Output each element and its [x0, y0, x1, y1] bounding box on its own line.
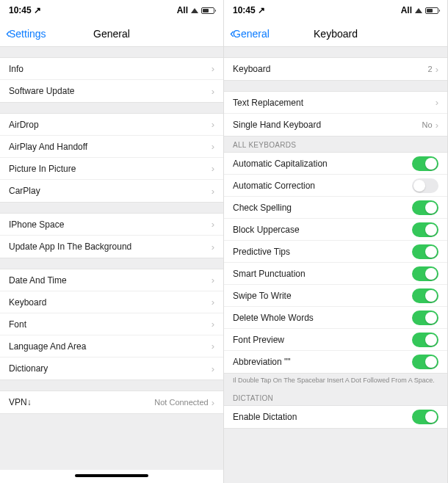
row-label: CarPlay [9, 186, 212, 196]
toggle-switch[interactable] [412, 178, 438, 193]
row-label: Check Spelling [233, 203, 412, 213]
settings-row[interactable]: Font› [0, 313, 223, 335]
settings-row[interactable]: Language And Area› [0, 335, 223, 357]
back-button[interactable]: ‹ General [230, 26, 270, 41]
row-label: Abbreviation "" [233, 357, 412, 367]
chevron-right-icon: › [212, 119, 214, 130]
chevron-right-icon: › [212, 275, 214, 286]
settings-group: VPN↓Not Connected› [0, 391, 223, 414]
settings-row[interactable]: Keyboard2› [224, 58, 447, 80]
row-value: Not Connected [154, 398, 208, 407]
settings-row[interactable]: CarPlay› [0, 180, 223, 202]
settings-group: IPhone Space›Update App In The Backgroun… [0, 213, 223, 258]
settings-row[interactable]: AirPlay And Handoff› [0, 136, 223, 158]
toggle-switch[interactable] [412, 333, 438, 347]
row-label: Keyboard [9, 297, 212, 308]
settings-row[interactable]: Single Hand KeyboardNo› [224, 114, 447, 136]
settings-row[interactable]: Software Update› [0, 80, 223, 102]
settings-group: Enable Dictation [224, 405, 447, 429]
chevron-right-icon: › [212, 219, 214, 230]
toggle-switch[interactable] [412, 310, 438, 325]
toggle-row: Font Preview [224, 329, 447, 351]
row-label: AirDrop [9, 120, 212, 130]
nav-title: Keyboard [314, 28, 358, 40]
row-label: Info [9, 64, 212, 74]
settings-row[interactable]: Dictionary› [0, 357, 223, 380]
row-label: Dictionary [9, 363, 212, 374]
chevron-right-icon: › [436, 97, 438, 108]
chevron-right-icon: › [436, 120, 438, 131]
toggle-switch[interactable] [412, 266, 438, 281]
settings-row[interactable]: Keyboard› [0, 291, 223, 313]
row-label: VPN↓ [9, 397, 154, 407]
row-label: Predictive Tips [233, 247, 412, 257]
chevron-right-icon: › [212, 397, 214, 408]
chevron-right-icon: › [212, 341, 214, 352]
toggle-row: Swipe To Write [224, 285, 447, 307]
toggle-row: Check Spelling [224, 197, 447, 219]
status-bar: 10:45 ↗ All [224, 0, 447, 21]
row-value: 2 [428, 65, 433, 73]
row-label: Delete Whole Words [233, 313, 412, 323]
row-value: No [422, 120, 433, 129]
home-indicator[interactable] [0, 470, 223, 483]
row-label: Smart Punctuation [233, 269, 412, 279]
status-time: 10:45 ↗ [233, 5, 265, 15]
settings-group: Date And Time›Keyboard›Font›Language And… [0, 269, 223, 380]
back-label: General [233, 28, 270, 40]
section-header: ALL KEYBOARDS [224, 137, 447, 152]
settings-row[interactable]: IPhone Space› [0, 214, 223, 236]
settings-group: Automatic CapitalizationAutomatic Correc… [224, 152, 447, 374]
settings-group: Keyboard2› [224, 57, 447, 81]
toggle-switch[interactable] [412, 288, 438, 303]
toggle-row: Predictive Tips [224, 241, 447, 263]
settings-group: AirDrop›AirPlay And Handoff›Picture In P… [0, 113, 223, 203]
nav-bar: ‹ General Keyboard [224, 21, 447, 47]
row-label: Automatic Correction [233, 181, 412, 191]
toggle-switch[interactable] [412, 244, 438, 259]
settings-row[interactable]: Text Replacement› [224, 92, 447, 114]
battery-icon [425, 7, 438, 14]
row-label: Text Replacement [233, 98, 436, 108]
chevron-right-icon: › [212, 242, 214, 253]
toggle-switch[interactable] [412, 156, 438, 171]
toggle-row: Delete Whole Words [224, 307, 447, 329]
row-label: Automatic Capitalization [233, 159, 412, 169]
row-label: Font [9, 319, 212, 330]
settings-group: Info›Software Update› [0, 57, 223, 103]
row-label: Block Uppercase [233, 225, 412, 235]
toggle-row: Automatic Capitalization [224, 153, 447, 175]
general-settings-screen: 10:45 ↗ All ‹ Settings General Info›Soft… [0, 0, 224, 483]
nav-bar: ‹ Settings General [0, 21, 223, 47]
chevron-right-icon: › [212, 163, 214, 174]
settings-row[interactable]: AirDrop› [0, 114, 223, 136]
settings-row[interactable]: VPN↓Not Connected› [0, 391, 223, 413]
row-label: Picture In Picture [9, 164, 212, 174]
toggle-row: Automatic Correction [224, 175, 447, 197]
row-label: AirPlay And Handoff [9, 142, 212, 152]
wifi-icon [191, 8, 198, 13]
row-label: Font Preview [233, 335, 412, 345]
back-button[interactable]: ‹ Settings [6, 26, 46, 41]
toggle-row: Abbreviation "" [224, 351, 447, 373]
keyboard-settings-screen: 10:45 ↗ All ‹ General Keyboard Keyboard2… [224, 0, 448, 483]
toggle-switch[interactable] [412, 355, 438, 369]
settings-row[interactable]: Update App In The Background› [0, 236, 223, 258]
chevron-right-icon: › [212, 63, 214, 74]
toggle-switch[interactable] [412, 222, 438, 237]
row-label: Language And Area [9, 341, 212, 352]
row-label: Enable Dictation [233, 412, 412, 422]
settings-row[interactable]: Info› [0, 58, 223, 80]
row-label: Single Hand Keyboard [233, 120, 422, 130]
chevron-right-icon: › [212, 86, 214, 97]
toggle-switch[interactable] [412, 410, 438, 424]
nav-title: General [93, 28, 130, 40]
chevron-right-icon: › [436, 64, 438, 75]
wifi-icon [415, 8, 422, 13]
settings-row[interactable]: Picture In Picture› [0, 158, 223, 180]
settings-row[interactable]: Date And Time› [0, 269, 223, 291]
toggle-switch[interactable] [412, 200, 438, 215]
status-carrier: All [401, 5, 412, 15]
row-label: Date And Time [9, 275, 212, 286]
toggle-row: Smart Punctuation [224, 263, 447, 285]
